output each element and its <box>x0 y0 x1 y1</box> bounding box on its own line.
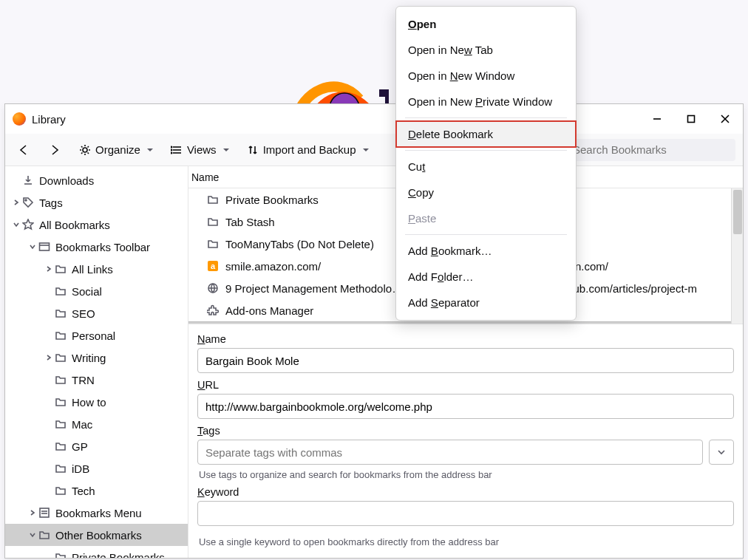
search-input[interactable] <box>565 139 735 161</box>
close-icon <box>721 115 730 123</box>
sidebar-item-label: Bookmarks Toolbar <box>55 241 150 253</box>
star-icon <box>21 219 35 231</box>
twisty-icon[interactable] <box>27 531 38 539</box>
maximize-button[interactable] <box>674 107 708 131</box>
import-backup-button[interactable]: Import and Backup <box>242 140 373 159</box>
sidebar-item-idb[interactable]: iDB <box>5 457 188 479</box>
sidebar-item-priv-bm[interactable]: Private Bookmarks <box>5 546 188 558</box>
minimize-icon <box>653 115 662 123</box>
svg-point-10 <box>171 149 171 150</box>
firefox-icon <box>13 112 26 126</box>
sidebar-item-other-bm[interactable]: Other Bookmarks <box>5 524 188 546</box>
menu-item-paste: Paste <box>396 205 576 231</box>
url-field[interactable] <box>197 394 734 419</box>
twisty-icon[interactable] <box>11 221 21 228</box>
menu-item-add-sep[interactable]: Add Separator <box>396 290 576 315</box>
folder-icon <box>54 462 67 474</box>
menu-item-copy[interactable]: Copy <box>396 180 576 205</box>
folder-icon <box>54 551 67 558</box>
keyword-hint: Use a single keyword to open bookmarks d… <box>199 536 734 547</box>
download-icon <box>21 174 35 186</box>
folder-icon <box>54 418 67 430</box>
tags-expand-button[interactable] <box>709 440 734 465</box>
sidebar-item-trn[interactable]: TRN <box>5 369 188 391</box>
menu-item-open-new-tab[interactable]: Open in New Tab <box>396 37 576 63</box>
twisty-icon[interactable] <box>44 265 54 273</box>
menu-item-open-priv[interactable]: Open in New Private Window <box>396 89 576 115</box>
minimize-button[interactable] <box>640 107 674 131</box>
menu-item-add-bm[interactable]: Add Bookmark… <box>396 238 576 264</box>
folder-icon <box>54 485 67 496</box>
sidebar-item-writing[interactable]: Writing <box>5 346 188 369</box>
menu-item-add-folder[interactable]: Add Folder… <box>396 264 576 290</box>
sidebar-item-label: Other Bookmarks <box>55 529 142 542</box>
keyword-field[interactable] <box>197 501 734 526</box>
sidebar-item-bm-toolbar[interactable]: Bookmarks Toolbar <box>5 236 188 258</box>
scrollbar[interactable] <box>731 188 743 324</box>
sidebar-item-all-links[interactable]: All Links <box>5 258 188 280</box>
menu-item-label: Open in New Tab <box>408 44 493 56</box>
menu-item-label: Paste <box>408 212 436 225</box>
sidebar-item-downloads[interactable]: Downloads <box>5 169 188 191</box>
twisty-icon[interactable] <box>44 354 54 361</box>
folder-icon <box>54 440 67 452</box>
twisty-icon[interactable] <box>11 199 21 206</box>
menu-item-open[interactable]: Open <box>396 11 576 37</box>
name-label: Name <box>197 333 734 345</box>
sidebar: DownloadsTagsAll BookmarksBookmarks Tool… <box>5 166 188 558</box>
sidebar-item-tags[interactable]: Tags <box>5 191 188 214</box>
menu-item-open-new-win[interactable]: Open in New Window <box>396 63 576 89</box>
svg-rect-2 <box>688 116 695 123</box>
menu-item-label: Open in New Window <box>408 69 514 82</box>
svg-text:a: a <box>211 262 216 270</box>
svg-point-9 <box>171 146 171 147</box>
menu-item-label: Add Bookmark… <box>408 245 492 257</box>
globe-icon <box>206 282 220 294</box>
twisty-icon[interactable] <box>27 509 38 516</box>
keyword-label: Keyword <box>197 486 734 498</box>
svg-rect-15 <box>40 508 49 517</box>
sidebar-item-social[interactable]: Social <box>5 280 188 302</box>
details-pane: Name URL Tags Use tags to organize and s… <box>188 324 743 558</box>
menu-item-label: Delete Bookmark <box>408 128 493 140</box>
sidebar-item-label: iDB <box>72 462 89 475</box>
menu-item-label: Copy <box>408 186 434 199</box>
sidebar-item-label: Mac <box>72 418 92 431</box>
sidebar-item-personal[interactable]: Personal <box>5 324 188 346</box>
sidebar-item-tech[interactable]: Tech <box>5 479 188 502</box>
sidebar-item-howto[interactable]: How to <box>5 391 188 413</box>
url-label: URL <box>197 379 734 391</box>
twisty-icon[interactable] <box>27 243 38 250</box>
forward-arrow-icon <box>48 143 61 157</box>
sidebar-item-mac[interactable]: Mac <box>5 413 188 435</box>
menu-item-label: Cut <box>408 160 425 173</box>
menu-item-cut[interactable]: Cut <box>396 154 576 180</box>
folder-icon <box>54 396 67 408</box>
window-title: Library <box>32 113 66 126</box>
toolbar: Organize Views Import and Backup <box>5 134 743 166</box>
toolbar-icon <box>38 241 51 253</box>
views-button[interactable]: Views <box>166 140 234 159</box>
tags-field[interactable] <box>197 440 703 465</box>
sidebar-item-all-bookmarks[interactable]: All Bookmarks <box>5 214 188 236</box>
svg-point-12 <box>25 199 27 201</box>
sidebar-item-gp[interactable]: GP <box>5 435 188 457</box>
sidebar-item-bm-menu[interactable]: Bookmarks Menu <box>5 502 188 524</box>
name-field[interactable] <box>197 348 734 373</box>
folder-icon <box>206 238 220 250</box>
sidebar-item-seo[interactable]: SEO <box>5 302 188 324</box>
close-button[interactable] <box>708 107 742 131</box>
scrollbar-thumb[interactable] <box>733 190 742 234</box>
menu-item-delete[interactable]: Delete Bookmark <box>396 121 576 147</box>
sidebar-item-label: Social <box>72 285 102 298</box>
menu-separator <box>405 234 567 235</box>
list-row[interactable]: Bargain Book Molehttp://www.bargainbookm… <box>188 321 743 324</box>
sidebar-item-label: Tech <box>72 485 95 497</box>
organize-button[interactable]: Organize <box>75 140 157 159</box>
tag-icon <box>21 197 35 208</box>
import-backup-label: Import and Backup <box>263 143 356 156</box>
back-button[interactable] <box>13 140 35 160</box>
sidebar-item-label: Private Bookmarks <box>72 551 165 559</box>
forward-button[interactable] <box>44 140 66 160</box>
svg-point-5 <box>83 148 87 152</box>
